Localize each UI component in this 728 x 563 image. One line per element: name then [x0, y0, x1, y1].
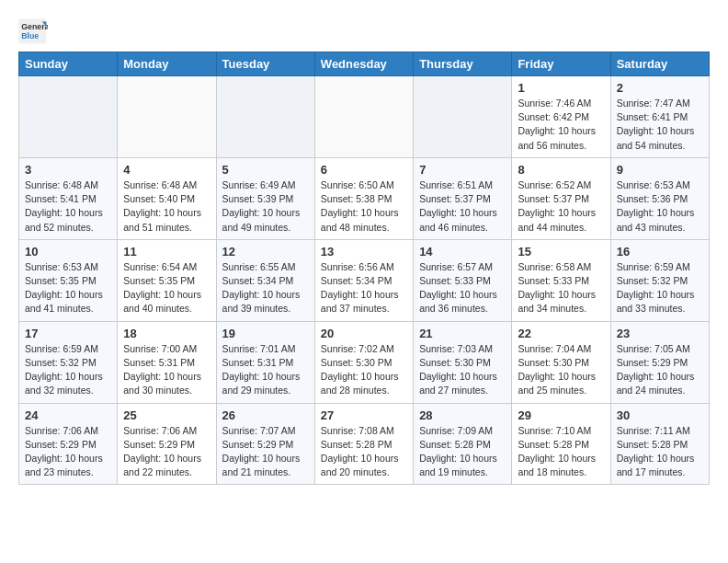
day-number: 19 [222, 327, 309, 340]
calendar-cell: 24Sunrise: 7:06 AM Sunset: 5:29 PM Dayli… [19, 403, 118, 485]
cell-details: Sunrise: 7:07 AM Sunset: 5:29 PM Dayligh… [222, 424, 309, 480]
calendar-cell: 8Sunrise: 6:52 AM Sunset: 5:37 PM Daylig… [512, 157, 610, 239]
calendar-cell: 30Sunrise: 7:11 AM Sunset: 5:28 PM Dayli… [610, 403, 709, 485]
calendar-week-row: 24Sunrise: 7:06 AM Sunset: 5:29 PM Dayli… [19, 403, 710, 485]
weekday-header: Thursday [414, 52, 512, 76]
calendar-cell: 3Sunrise: 6:48 AM Sunset: 5:41 PM Daylig… [19, 157, 118, 239]
calendar-cell: 10Sunrise: 6:53 AM Sunset: 5:35 PM Dayli… [19, 239, 118, 321]
day-number: 9 [617, 163, 703, 177]
day-number: 15 [518, 245, 604, 259]
cell-details: Sunrise: 7:01 AM Sunset: 5:31 PM Dayligh… [222, 342, 309, 398]
cell-details: Sunrise: 6:55 AM Sunset: 5:34 PM Dayligh… [222, 260, 309, 316]
cell-details: Sunrise: 6:56 AM Sunset: 5:34 PM Dayligh… [321, 260, 407, 316]
cell-details: Sunrise: 6:53 AM Sunset: 5:36 PM Dayligh… [617, 178, 703, 235]
day-number: 13 [321, 245, 407, 259]
cell-details: Sunrise: 7:10 AM Sunset: 5:28 PM Dayligh… [518, 424, 604, 480]
calendar-cell: 19Sunrise: 7:01 AM Sunset: 5:31 PM Dayli… [216, 321, 314, 403]
calendar-cell [216, 76, 314, 158]
cell-details: Sunrise: 7:09 AM Sunset: 5:28 PM Dayligh… [419, 424, 506, 480]
calendar-cell [19, 76, 118, 158]
calendar-cell: 28Sunrise: 7:09 AM Sunset: 5:28 PM Dayli… [414, 403, 512, 485]
cell-details: Sunrise: 6:59 AM Sunset: 5:32 PM Dayligh… [25, 342, 111, 398]
cell-details: Sunrise: 6:59 AM Sunset: 5:32 PM Dayligh… [617, 260, 703, 316]
day-number: 11 [123, 245, 210, 259]
day-number: 24 [25, 408, 111, 422]
calendar-cell: 1Sunrise: 7:46 AM Sunset: 6:42 PM Daylig… [512, 76, 610, 158]
calendar-week-row: 17Sunrise: 6:59 AM Sunset: 5:32 PM Dayli… [19, 321, 710, 403]
cell-details: Sunrise: 6:48 AM Sunset: 5:41 PM Dayligh… [25, 178, 111, 235]
calendar-cell: 20Sunrise: 7:02 AM Sunset: 5:30 PM Dayli… [314, 321, 413, 403]
cell-details: Sunrise: 7:03 AM Sunset: 5:30 PM Dayligh… [419, 342, 506, 398]
weekday-header: Friday [512, 52, 610, 76]
day-number: 28 [419, 408, 506, 422]
calendar-cell: 22Sunrise: 7:04 AM Sunset: 5:30 PM Dayli… [512, 321, 610, 403]
day-number: 20 [321, 327, 407, 340]
weekday-header: Monday [118, 52, 216, 76]
day-number: 12 [222, 245, 309, 259]
calendar-cell: 15Sunrise: 6:58 AM Sunset: 5:33 PM Dayli… [512, 239, 610, 321]
cell-details: Sunrise: 7:46 AM Sunset: 6:42 PM Dayligh… [518, 97, 604, 153]
day-number: 7 [419, 163, 506, 177]
day-number: 2 [617, 81, 703, 95]
cell-details: Sunrise: 7:05 AM Sunset: 5:29 PM Dayligh… [617, 342, 703, 398]
calendar-cell: 27Sunrise: 7:08 AM Sunset: 5:28 PM Dayli… [314, 403, 413, 485]
calendar-cell [314, 76, 413, 158]
logo: General Blue [18, 18, 51, 44]
day-number: 6 [321, 163, 407, 177]
calendar-cell: 14Sunrise: 6:57 AM Sunset: 5:33 PM Dayli… [414, 239, 512, 321]
calendar-cell: 5Sunrise: 6:49 AM Sunset: 5:39 PM Daylig… [216, 157, 314, 239]
calendar-header: SundayMondayTuesdayWednesdayThursdayFrid… [19, 52, 710, 76]
calendar-cell: 25Sunrise: 7:06 AM Sunset: 5:29 PM Dayli… [118, 403, 216, 485]
calendar-cell: 13Sunrise: 6:56 AM Sunset: 5:34 PM Dayli… [314, 239, 413, 321]
cell-details: Sunrise: 7:04 AM Sunset: 5:30 PM Dayligh… [518, 342, 604, 398]
calendar-cell: 9Sunrise: 6:53 AM Sunset: 5:36 PM Daylig… [610, 157, 709, 239]
calendar-cell: 23Sunrise: 7:05 AM Sunset: 5:29 PM Dayli… [610, 321, 709, 403]
cell-details: Sunrise: 7:06 AM Sunset: 5:29 PM Dayligh… [25, 424, 111, 480]
cell-details: Sunrise: 7:06 AM Sunset: 5:29 PM Dayligh… [123, 424, 210, 480]
weekday-header: Saturday [610, 52, 709, 76]
header-row: SundayMondayTuesdayWednesdayThursdayFrid… [19, 52, 710, 76]
calendar-cell: 21Sunrise: 7:03 AM Sunset: 5:30 PM Dayli… [414, 321, 512, 403]
day-number: 25 [123, 408, 210, 422]
day-number: 18 [123, 327, 210, 340]
calendar-cell [414, 76, 512, 158]
cell-details: Sunrise: 6:53 AM Sunset: 5:35 PM Dayligh… [25, 260, 111, 316]
calendar-cell: 12Sunrise: 6:55 AM Sunset: 5:34 PM Dayli… [216, 239, 314, 321]
calendar-body: 1Sunrise: 7:46 AM Sunset: 6:42 PM Daylig… [19, 76, 710, 485]
day-number: 22 [518, 327, 604, 340]
calendar-cell: 11Sunrise: 6:54 AM Sunset: 5:35 PM Dayli… [118, 239, 216, 321]
day-number: 21 [419, 327, 506, 340]
calendar-week-row: 3Sunrise: 6:48 AM Sunset: 5:41 PM Daylig… [19, 157, 710, 239]
day-number: 10 [25, 245, 111, 259]
logo-icon: General Blue [18, 18, 48, 44]
weekday-header: Tuesday [216, 52, 314, 76]
day-number: 4 [123, 163, 210, 177]
day-number: 30 [617, 408, 703, 422]
calendar-week-row: 10Sunrise: 6:53 AM Sunset: 5:35 PM Dayli… [19, 239, 710, 321]
cell-details: Sunrise: 6:58 AM Sunset: 5:33 PM Dayligh… [518, 260, 604, 316]
cell-details: Sunrise: 7:47 AM Sunset: 6:41 PM Dayligh… [617, 97, 703, 153]
calendar-cell: 26Sunrise: 7:07 AM Sunset: 5:29 PM Dayli… [216, 403, 314, 485]
weekday-header: Wednesday [314, 52, 413, 76]
calendar-cell: 29Sunrise: 7:10 AM Sunset: 5:28 PM Dayli… [512, 403, 610, 485]
day-number: 3 [25, 163, 111, 177]
calendar-cell: 17Sunrise: 6:59 AM Sunset: 5:32 PM Dayli… [19, 321, 118, 403]
svg-text:Blue: Blue [21, 31, 39, 40]
page-header: General Blue [18, 15, 710, 44]
calendar-table: SundayMondayTuesdayWednesdayThursdayFrid… [18, 52, 710, 485]
calendar-cell: 6Sunrise: 6:50 AM Sunset: 5:38 PM Daylig… [314, 157, 413, 239]
cell-details: Sunrise: 7:11 AM Sunset: 5:28 PM Dayligh… [617, 424, 703, 480]
cell-details: Sunrise: 6:57 AM Sunset: 5:33 PM Dayligh… [419, 260, 506, 316]
weekday-header: Sunday [19, 52, 118, 76]
day-number: 29 [518, 408, 604, 422]
cell-details: Sunrise: 6:49 AM Sunset: 5:39 PM Dayligh… [222, 178, 309, 235]
day-number: 1 [518, 81, 604, 95]
day-number: 23 [617, 327, 703, 340]
cell-details: Sunrise: 6:48 AM Sunset: 5:40 PM Dayligh… [123, 178, 210, 235]
calendar-cell: 4Sunrise: 6:48 AM Sunset: 5:40 PM Daylig… [118, 157, 216, 239]
day-number: 5 [222, 163, 309, 177]
calendar-cell: 2Sunrise: 7:47 AM Sunset: 6:41 PM Daylig… [610, 76, 709, 158]
calendar-cell: 18Sunrise: 7:00 AM Sunset: 5:31 PM Dayli… [118, 321, 216, 403]
calendar-week-row: 1Sunrise: 7:46 AM Sunset: 6:42 PM Daylig… [19, 76, 710, 158]
calendar-cell: 7Sunrise: 6:51 AM Sunset: 5:37 PM Daylig… [414, 157, 512, 239]
